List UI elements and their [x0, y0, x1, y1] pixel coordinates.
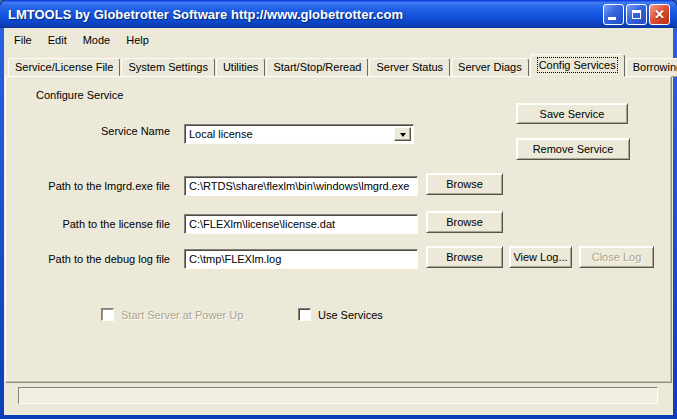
save-service-button[interactable]: Save Service [516, 103, 628, 124]
client-area: File Edit Mode Help Service/License File… [4, 28, 673, 415]
service-name-label: Service Name [6, 121, 170, 141]
browse-debug-log-button[interactable]: Browse [426, 246, 503, 268]
license-path-input[interactable] [184, 214, 418, 234]
view-log-button[interactable]: View Log... [509, 246, 572, 268]
tab-config-services[interactable]: Config Services [530, 54, 625, 77]
lmgrd-path-input[interactable] [184, 176, 418, 196]
close-button[interactable]: ✕ [649, 4, 670, 25]
tab-strip: Service/License File System Settings Uti… [8, 54, 669, 77]
debug-log-path-label: Path to the debug log file [6, 249, 170, 269]
maximize-icon [632, 10, 641, 19]
license-path-label: Path to the license file [6, 214, 170, 234]
service-name-dropdown-button[interactable] [394, 127, 411, 141]
use-services-checkbox[interactable] [298, 308, 311, 321]
menu-item-file[interactable]: File [6, 31, 40, 49]
menu-item-mode[interactable]: Mode [75, 31, 119, 49]
panel-heading: Configure Service [36, 85, 123, 105]
window-controls: ✕ [603, 4, 670, 25]
minimize-button[interactable] [603, 4, 624, 25]
title-bar[interactable]: LMTOOLS by Globetrotter Software http://… [0, 0, 677, 28]
dropdown-arrow-icon [400, 133, 406, 140]
close-icon: ✕ [654, 8, 665, 21]
maximize-button[interactable] [626, 4, 647, 25]
menu-item-edit[interactable]: Edit [40, 31, 75, 49]
window-title: LMTOOLS by Globetrotter Software http://… [0, 7, 403, 22]
browse-lmgrd-button[interactable]: Browse [426, 173, 503, 195]
tab-utilities[interactable]: Utilities [216, 58, 265, 77]
tab-server-diags[interactable]: Server Diags [451, 58, 529, 77]
start-server-at-power-up-checkbox [101, 308, 114, 321]
start-server-at-power-up-label: Start Server at Power Up [121, 305, 243, 325]
use-services-label: Use Services [318, 305, 383, 325]
tab-system-settings[interactable]: System Settings [121, 58, 214, 77]
status-bar [18, 387, 658, 404]
lmgrd-path-label: Path to the lmgrd.exe file [6, 176, 170, 196]
tab-start-stop-reread[interactable]: Start/Stop/Reread [266, 58, 368, 77]
menu-item-help[interactable]: Help [118, 31, 157, 49]
tab-borrowing[interactable]: Borrowing [626, 58, 677, 77]
tab-service-license-file[interactable]: Service/License File [8, 58, 120, 77]
minimize-icon [608, 17, 616, 20]
remove-service-button[interactable]: Remove Service [516, 138, 630, 160]
service-name-combobox[interactable]: Local license [184, 124, 414, 144]
lmtools-window: LMTOOLS by Globetrotter Software http://… [0, 0, 677, 419]
config-services-panel: Configure Service Service Name Local lic… [5, 76, 672, 383]
menu-bar: File Edit Mode Help [4, 28, 673, 52]
service-name-value: Local license [189, 127, 253, 142]
tab-server-status[interactable]: Server Status [369, 58, 450, 77]
debug-log-path-input[interactable] [184, 249, 418, 269]
close-log-button: Close Log [579, 246, 654, 268]
browse-license-button[interactable]: Browse [426, 211, 503, 233]
